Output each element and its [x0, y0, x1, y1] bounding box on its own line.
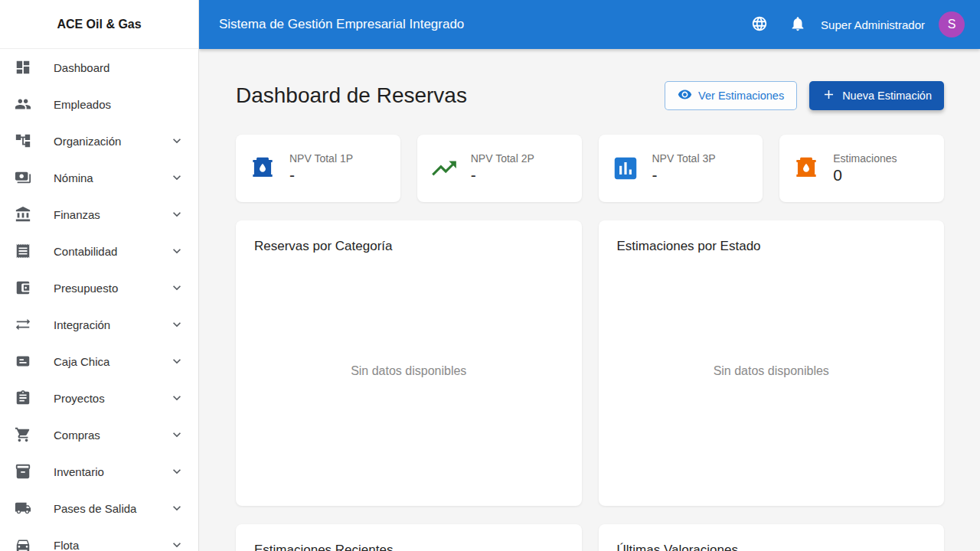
bottom-row: Estimaciones Recientes Últimas Valoracio… [236, 524, 944, 551]
brand-logo: ACE Oil & Gas [0, 0, 198, 49]
bar-chart-icon [611, 154, 640, 183]
app-root: ACE Oil & Gas Dashboard Empleados Organi… [0, 0, 980, 551]
oil-barrel-icon [792, 154, 821, 183]
payments-icon [14, 168, 32, 187]
chevron-down-icon [168, 462, 186, 481]
clipboard-icon [14, 389, 32, 407]
chevron-down-icon [168, 389, 186, 407]
sidebar-item-flota[interactable]: Flota [0, 527, 198, 551]
stat-card-npv-2p: NPV Total 2P - [417, 135, 582, 202]
stat-card-estimaciones: Estimaciones 0 [779, 135, 944, 202]
sync-icon [14, 315, 32, 334]
view-estimates-button[interactable]: Ver Estimaciones [665, 81, 797, 110]
chevron-down-icon [168, 279, 186, 297]
org-chart-icon [14, 132, 32, 150]
chevron-down-icon [168, 315, 186, 334]
new-estimate-button[interactable]: Nueva Estimación [809, 81, 944, 110]
chevron-down-icon [168, 242, 186, 260]
sidebar-item-label: Presupuesto [54, 282, 168, 295]
sidebar-nav: Dashboard Empleados Organización Nómina … [0, 49, 198, 551]
card-estimaciones-recientes: Estimaciones Recientes [236, 524, 582, 551]
card-title: Últimas Valoraciones [617, 543, 926, 551]
sidebar-item-integracion[interactable]: Integración [0, 306, 198, 343]
stat-card-npv-1p: NPV Total 1P - [236, 135, 400, 202]
sidebar-item-inventario[interactable]: Inventario [0, 453, 198, 490]
language-button[interactable] [744, 9, 775, 40]
page-title: Dashboard de Reservas [236, 83, 665, 108]
chart-title: Reservas por Categoría [254, 239, 564, 254]
receipt-icon [14, 242, 32, 260]
card-ultimas-valoraciones: Últimas Valoraciones [599, 524, 945, 551]
sidebar-item-label: Pases de Salida [54, 502, 168, 515]
chevron-down-icon [168, 168, 186, 187]
avatar-initial: S [948, 18, 956, 31]
sidebar-item-finanzas[interactable]: Finanzas [0, 196, 198, 233]
chart-card-reservas-por-categoria: Reservas por Categoría Sin datos disponi… [236, 220, 582, 506]
wallet-icon [14, 279, 32, 297]
topbar-actions: Super Administrador S [744, 9, 965, 40]
chart-empty-state: Sin datos disponibles [617, 254, 926, 487]
view-estimates-label: Ver Estimaciones [698, 90, 784, 102]
oil-barrel-icon [248, 154, 277, 183]
sidebar: ACE Oil & Gas Dashboard Empleados Organi… [0, 0, 199, 551]
truck-icon [14, 499, 32, 517]
card-title: Estimaciones Recientes [254, 543, 564, 551]
sidebar-item-nomina[interactable]: Nómina [0, 159, 198, 196]
sidebar-item-label: Inventario [54, 465, 168, 478]
stat-value: - [471, 166, 534, 184]
sidebar-item-dashboard[interactable]: Dashboard [0, 49, 198, 86]
charts-row: Reservas por Categoría Sin datos disponi… [236, 220, 944, 506]
chart-empty-state: Sin datos disponibles [254, 254, 564, 487]
page-content: Dashboard de Reservas Ver Estimaciones N… [199, 49, 980, 551]
notifications-button[interactable] [782, 9, 813, 40]
sidebar-item-compras[interactable]: Compras [0, 416, 198, 453]
stats-row: NPV Total 1P - NPV Total 2P - NPV Total … [236, 135, 944, 202]
people-icon [14, 95, 32, 113]
sidebar-item-caja-chica[interactable]: Caja Chica [0, 343, 198, 380]
app-title: Sistema de Gestión Empresarial Integrado [219, 17, 744, 32]
stat-label: NPV Total 2P [471, 152, 534, 165]
sidebar-item-label: Finanzas [54, 208, 168, 221]
sidebar-item-label: Caja Chica [54, 355, 168, 368]
chevron-down-icon [168, 499, 186, 517]
chevron-down-icon [168, 536, 186, 551]
topbar: Sistema de Gestión Empresarial Integrado… [199, 0, 980, 49]
sidebar-item-label: Integración [54, 318, 168, 331]
sidebar-item-label: Flota [54, 539, 168, 551]
sidebar-item-presupuesto[interactable]: Presupuesto [0, 269, 198, 306]
bell-icon [789, 15, 806, 34]
plus-icon [822, 87, 836, 104]
stat-label: Estimaciones [833, 152, 897, 165]
sidebar-item-empleados[interactable]: Empleados [0, 86, 198, 122]
chevron-down-icon [168, 352, 186, 370]
avatar[interactable]: S [939, 11, 965, 37]
inventory-icon [14, 462, 32, 481]
sidebar-item-label: Organización [54, 135, 168, 148]
sidebar-item-proyectos[interactable]: Proyectos [0, 380, 198, 416]
chevron-down-icon [168, 425, 186, 444]
eye-icon [678, 87, 692, 104]
main-area: Sistema de Gestión Empresarial Integrado… [199, 0, 980, 551]
car-icon [14, 536, 32, 551]
chart-title: Estimaciones por Estado [617, 239, 926, 254]
sidebar-item-label: Nómina [54, 171, 168, 184]
bank-icon [14, 205, 32, 223]
stat-card-npv-3p: NPV Total 3P - [599, 135, 763, 202]
sidebar-item-label: Contabilidad [54, 245, 168, 258]
sidebar-item-contabilidad[interactable]: Contabilidad [0, 233, 198, 269]
stat-label: NPV Total 3P [652, 152, 716, 165]
user-name: Super Administrador [821, 18, 925, 31]
stat-value: - [289, 166, 353, 184]
stat-value: 0 [833, 166, 897, 184]
dashboard-icon [14, 58, 32, 77]
globe-icon [751, 15, 768, 34]
stat-label: NPV Total 1P [289, 152, 353, 165]
sidebar-item-label: Proyectos [54, 392, 168, 405]
cash-box-icon [14, 352, 32, 370]
sidebar-item-label: Empleados [54, 98, 186, 111]
page-header: Dashboard de Reservas Ver Estimaciones N… [236, 81, 944, 110]
sidebar-item-organizacion[interactable]: Organización [0, 122, 198, 159]
chart-card-estimaciones-por-estado: Estimaciones por Estado Sin datos dispon… [599, 220, 945, 506]
sidebar-item-pases-de-salida[interactable]: Pases de Salida [0, 490, 198, 527]
shopping-cart-icon [14, 425, 32, 444]
